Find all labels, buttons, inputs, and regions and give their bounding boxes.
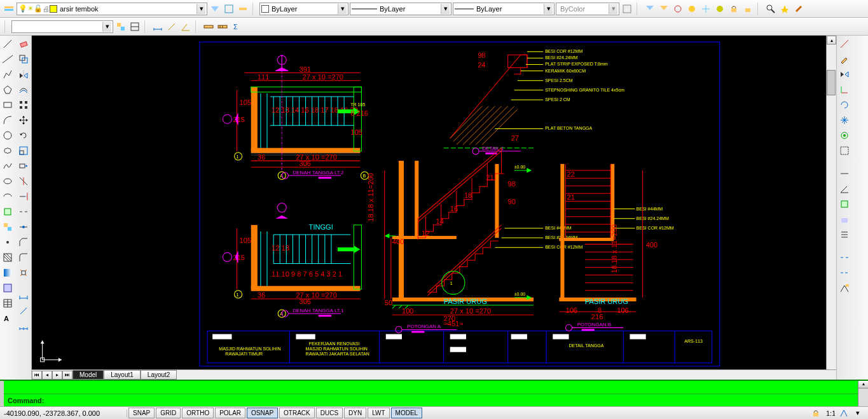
ucs-button[interactable] — [837, 83, 851, 97]
xline-button[interactable] — [1, 52, 15, 66]
model-tab[interactable]: Model — [72, 370, 104, 380]
dim-linear-left-button[interactable] — [17, 289, 31, 303]
textstyle-dropdown[interactable]: ▾ — [11, 20, 113, 33]
lineweight-dropdown[interactable]: ByLayer ▾ — [453, 3, 555, 15]
status-annotation-icon[interactable] — [837, 407, 850, 420]
dimstyle-button[interactable] — [114, 20, 127, 33]
ortho-toggle[interactable]: ORTHO — [182, 408, 214, 418]
command-scrollbar[interactable]: ▴ — [858, 381, 868, 406]
chamfer-button[interactable] — [17, 235, 31, 249]
tab-first-button[interactable]: ⏮ — [32, 371, 42, 380]
linetype-dropdown[interactable]: ByLayer ▾ — [350, 3, 451, 15]
coordinates-display[interactable]: -40190.090, -23728.367, 0.000 — [0, 409, 127, 417]
tablestyle-button[interactable] — [128, 20, 141, 33]
revcloud-button[interactable] — [1, 144, 15, 158]
status-menu-icon[interactable]: ▾ — [851, 407, 864, 420]
status-scale-icon[interactable]: 1:1 — [823, 407, 836, 420]
orbit-button[interactable] — [837, 128, 851, 142]
arc-button[interactable] — [1, 113, 15, 127]
layer-off-button[interactable] — [672, 3, 684, 15]
model-toggle[interactable]: MODEL — [391, 408, 423, 418]
list-tool-button[interactable] — [837, 228, 851, 242]
color-dropdown[interactable]: ByLayer ▾ — [259, 3, 348, 15]
layer-iso-button[interactable] — [237, 3, 249, 15]
mtext-button[interactable]: A — [1, 312, 15, 326]
layer-on-button[interactable] — [685, 3, 698, 15]
break-at-button[interactable] — [837, 251, 851, 264]
rotate-button[interactable] — [17, 128, 31, 142]
plotstyle-dropdown[interactable]: ByColor ▾ — [556, 3, 619, 15]
layer-lock-button[interactable] — [727, 3, 740, 15]
plotstyle-button[interactable] — [621, 3, 633, 15]
trim-button[interactable] — [17, 174, 31, 188]
snap-toggle[interactable]: SNAP — [128, 408, 155, 418]
scroll-up-button[interactable]: ▴ — [827, 36, 836, 45]
layout1-tab[interactable]: Layout1 — [104, 370, 141, 380]
dim-aligned-button[interactable] — [165, 20, 178, 33]
circle-button[interactable] — [1, 128, 15, 142]
ucs-rotate-button[interactable] — [837, 98, 851, 112]
status-lock-icon[interactable] — [809, 407, 822, 420]
copy-button[interactable] — [17, 52, 31, 66]
drawing-canvas[interactable]: MASJID RAHMATUN SOLIHIN RAWAJATI TIMUR P… — [32, 36, 836, 369]
tab-prev-button[interactable]: ◂ — [42, 371, 52, 380]
area-tool-button[interactable] — [837, 197, 851, 211]
dim-continue-left-button[interactable] — [17, 319, 31, 333]
zoom-window-button[interactable] — [837, 144, 851, 158]
dim-linear-button[interactable] — [151, 20, 164, 33]
angle-tool-button[interactable] — [837, 182, 851, 196]
fillet-button[interactable] — [17, 251, 31, 264]
rectangle-button[interactable] — [1, 98, 15, 112]
scroll-thumb[interactable] — [827, 70, 836, 95]
otrack-toggle[interactable]: OTRACK — [279, 408, 315, 418]
array-button[interactable] — [17, 98, 31, 112]
layer-manager-button[interactable] — [3, 3, 15, 15]
scale-button[interactable] — [17, 144, 31, 158]
measure-button[interactable] — [202, 20, 215, 33]
polygon-button[interactable] — [1, 83, 15, 97]
h-mirror-button[interactable] — [837, 67, 851, 81]
table-button[interactable] — [1, 296, 15, 310]
ducs-toggle[interactable]: DUCS — [316, 408, 343, 418]
distance-button[interactable] — [837, 37, 851, 51]
layer-freeze-button[interactable] — [699, 3, 712, 15]
insert-button[interactable] — [1, 205, 15, 219]
dim-angular-button[interactable] — [179, 20, 192, 33]
massprop-button[interactable] — [837, 212, 851, 226]
annotate-button[interactable] — [837, 281, 851, 295]
break-gap-button[interactable] — [837, 266, 851, 280]
dyn-toggle[interactable]: DYN — [344, 408, 366, 418]
spline-button[interactable] — [1, 159, 15, 173]
move-button[interactable] — [17, 113, 31, 127]
tab-last-button[interactable]: ⏭ — [62, 371, 72, 380]
mirror-button[interactable] — [17, 67, 31, 81]
block-button[interactable] — [1, 220, 15, 234]
zoom-button[interactable] — [764, 3, 777, 15]
sum-button[interactable]: Σ — [230, 20, 243, 33]
layer-previous-button[interactable] — [209, 3, 221, 15]
dim-aligned-left-button[interactable] — [17, 304, 31, 318]
layer-states-button[interactable] — [223, 3, 235, 15]
polar-toggle[interactable]: POLAR — [215, 408, 245, 418]
erase-button[interactable] — [17, 37, 31, 51]
pline-button[interactable] — [1, 67, 15, 81]
explode-button[interactable] — [17, 266, 31, 280]
measure2-button[interactable] — [216, 20, 229, 33]
point-button[interactable] — [1, 235, 15, 249]
vertical-scrollbar[interactable]: ▴ — [826, 36, 836, 369]
pan-button[interactable] — [837, 113, 851, 127]
command-line[interactable]: Command: — [4, 394, 858, 406]
layer-dropdown[interactable]: 💡 ☀ 🔓 🖨 arsir tembok ▾ — [17, 3, 207, 15]
command-history[interactable] — [4, 381, 858, 394]
gradient-button[interactable] — [1, 266, 15, 280]
layer-match-button[interactable] — [658, 3, 670, 15]
tool-button[interactable] — [792, 3, 805, 15]
extend-button[interactable] — [17, 189, 31, 203]
ellipse-arc-button[interactable] — [1, 189, 15, 203]
join-button[interactable] — [17, 220, 31, 234]
layer-unlock-button[interactable] — [741, 3, 754, 15]
hatch-button[interactable] — [1, 251, 15, 264]
make-current-button[interactable] — [644, 3, 656, 15]
ellipse-button[interactable] — [1, 174, 15, 188]
stretch-button[interactable] — [17, 159, 31, 173]
